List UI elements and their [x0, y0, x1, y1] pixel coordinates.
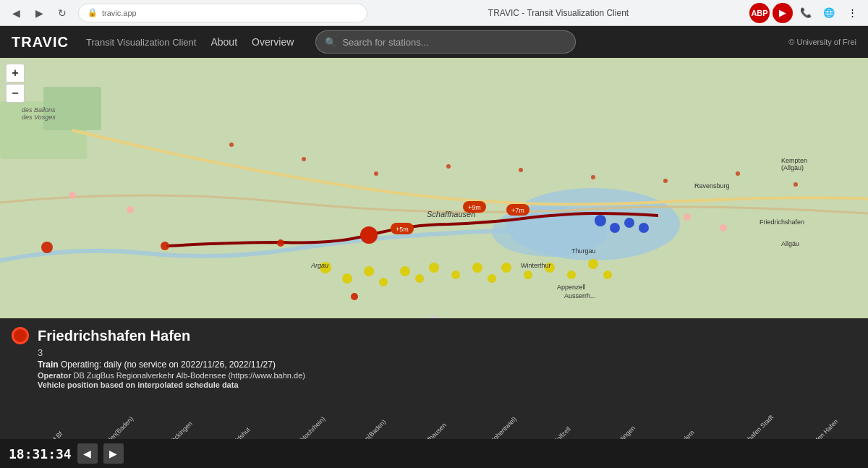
- svg-point-38: [374, 171, 378, 176]
- menu-icon[interactable]: ⋮: [842, 3, 862, 23]
- timeline-station-name: Überlingen: [594, 409, 637, 439]
- svg-text:+7m: +7m: [511, 207, 524, 214]
- clock-display: 18:31:34: [9, 446, 72, 461]
- svg-point-19: [379, 278, 388, 286]
- svg-point-23: [451, 271, 460, 279]
- map-background: +9m +7m +5m: [0, 58, 868, 318]
- station-indicator: [12, 327, 29, 344]
- search-input[interactable]: [342, 37, 566, 48]
- svg-text:Schaffhausen: Schaffhausen: [427, 210, 475, 218]
- svg-text:Allgäu: Allgäu: [781, 240, 799, 247]
- svg-point-5: [360, 226, 378, 244]
- svg-point-44: [793, 182, 798, 187]
- timeline-station-name: Tiengen(Hochrhein): [265, 399, 326, 439]
- svg-point-14: [277, 239, 284, 247]
- svg-text:Thurgau: Thurgau: [571, 247, 596, 255]
- forward-button[interactable]: ▶: [29, 3, 49, 23]
- next-button[interactable]: ▶: [103, 443, 124, 464]
- map-controls: + −: [6, 64, 25, 103]
- timeline-container: Basel Bad Bf15:49Rheinfelden(Baden)15:57…: [12, 398, 856, 439]
- svg-point-48: [720, 224, 727, 231]
- svg-point-31: [603, 271, 612, 279]
- lock-icon: 🔒: [88, 8, 98, 17]
- svg-point-18: [364, 266, 374, 276]
- svg-point-41: [591, 175, 595, 179]
- timeline-station: Basel Bad Bf15:49: [19, 420, 82, 439]
- timeline-station-name: Schaffhausen: [399, 406, 448, 439]
- browser-actions: ABP ▶ 📞 🌐 ⋮: [749, 3, 862, 23]
- svg-point-26: [501, 263, 511, 273]
- svg-rect-0: [0, 58, 868, 318]
- app-tagline: Transit Visualization Client: [86, 37, 196, 48]
- info-panel: Friedrichshafen Hafen 3 Train Operating:…: [0, 318, 868, 439]
- svg-text:des Vosges: des Vosges: [22, 114, 56, 121]
- reload-button[interactable]: ↻: [52, 3, 72, 23]
- timeline-station: Singen(Hohentwiel)17:14 17:16: [466, 412, 529, 439]
- svg-point-33: [610, 223, 620, 233]
- globe-icon: 🌐: [819, 3, 839, 23]
- timeline-station-name: Waldshut: [213, 410, 252, 439]
- train-type: Train: [38, 359, 59, 370]
- timeline-station: Rheinfelden(Baden)15:57 15:59: [82, 412, 146, 439]
- app-logo: TRAVIC: [12, 34, 69, 51]
- svg-point-42: [663, 179, 668, 183]
- svg-point-46: [127, 206, 134, 213]
- svg-point-27: [524, 271, 532, 279]
- timeline-station: Tiengen(Hochrhein)16:33 16:34: [274, 412, 338, 439]
- timeline-station-name: Basel Bad Bf: [17, 415, 64, 439]
- browser-chrome: ◀ ▶ ↻ 🔒 travic.app TRAVIC - Transit Visu…: [0, 0, 868, 26]
- zoom-out-button[interactable]: −: [6, 84, 25, 103]
- svg-text:(Allgäu): (Allgäu): [781, 164, 804, 171]
- svg-text:Appenzell: Appenzell: [557, 284, 586, 291]
- browser-nav: ◀ ▶ ↻: [6, 3, 72, 23]
- timeline-station-name: Salem: [663, 413, 696, 439]
- address-bar[interactable]: 🔒 travic.app: [78, 4, 367, 22]
- nav-overview[interactable]: Overview: [252, 36, 294, 48]
- station-name: Friedrichshafen Hafen: [38, 328, 190, 344]
- back-button[interactable]: ◀: [6, 3, 26, 23]
- timeline-station: Salem17:57 17:59: [658, 412, 721, 439]
- svg-point-39: [446, 164, 451, 169]
- svg-point-34: [624, 218, 634, 228]
- route-number: 3: [38, 347, 856, 358]
- phone-icon: 📞: [796, 3, 816, 23]
- svg-point-24: [472, 263, 482, 273]
- svg-point-40: [519, 168, 523, 172]
- operating-info: Operating: daily (no service on 2022/11/…: [61, 359, 276, 370]
- timeline-station: Schaffhausen16:58 17:00: [402, 412, 466, 439]
- timeline-station-name: Radolfzell: [531, 409, 571, 439]
- svg-point-15: [351, 293, 358, 300]
- search-icon: 🔍: [325, 37, 336, 48]
- zoom-in-button[interactable]: +: [6, 64, 25, 82]
- timeline-station-name: Bad Säckingen: [142, 404, 194, 439]
- svg-text:Ravensburg: Ravensburg: [694, 182, 730, 190]
- timeline-station: Friedrichshafen Hafen18:15: [785, 417, 849, 439]
- svg-point-13: [161, 242, 169, 250]
- profile-icon: ABP: [749, 3, 770, 23]
- search-bar[interactable]: 🔍: [315, 30, 576, 54]
- prev-button[interactable]: ◀: [77, 443, 98, 464]
- tab-title: TRAVIC - Transit Visualization Client: [373, 8, 744, 18]
- map-container[interactable]: +9m +7m +5m: [0, 58, 868, 318]
- vehicle-info: Vehicle position based on interpolated s…: [38, 380, 856, 389]
- svg-point-36: [229, 142, 234, 147]
- svg-point-32: [595, 215, 606, 226]
- timeline-station-name: Singen(Hohentwiel): [457, 400, 518, 439]
- collapse-panel-button[interactable]: ▼: [427, 312, 441, 318]
- svg-text:Kempten: Kempten: [781, 157, 807, 164]
- svg-point-17: [342, 273, 352, 284]
- operator-label: Operator: [38, 371, 71, 380]
- nav-about[interactable]: About: [210, 36, 237, 48]
- youtube-icon: ▶: [773, 3, 793, 23]
- svg-point-21: [415, 274, 424, 283]
- svg-point-20: [400, 266, 410, 276]
- bottom-bar: 18:31:34 ◀ ▶: [0, 439, 868, 468]
- timeline-station: Waldshut16:25 16:29: [210, 412, 274, 439]
- svg-text:des Ballons: des Ballons: [22, 106, 56, 114]
- svg-point-37: [302, 157, 306, 161]
- timeline-station-name: Rheinfelden(Baden): [74, 399, 135, 439]
- svg-text:Friedrichshafen: Friedrichshafen: [760, 218, 804, 226]
- timeline-station: Friedrichshafen Stadt18:12 18:14: [721, 412, 785, 439]
- train-info: Train Operating: daily (no service on 20…: [38, 359, 856, 370]
- svg-point-35: [639, 223, 649, 233]
